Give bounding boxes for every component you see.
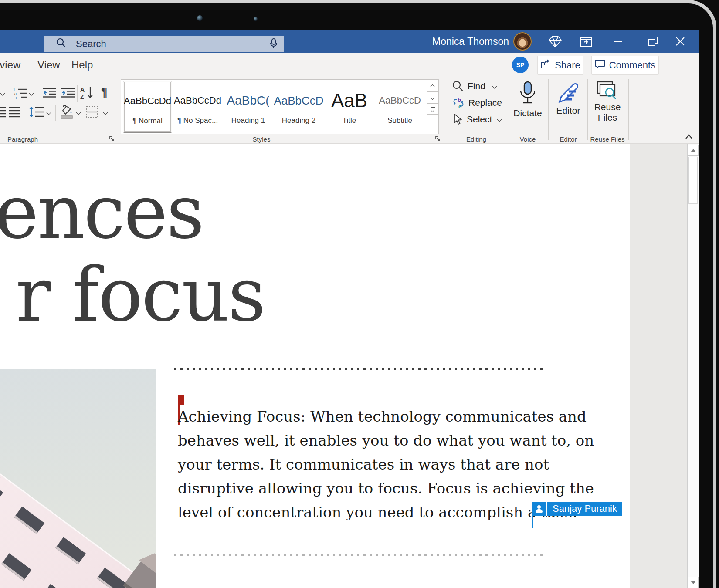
microphone-icon — [518, 81, 537, 106]
collaborator-cursor-flag: Sanjay Puranik — [532, 502, 622, 516]
ribbon: 1 a i — [0, 77, 699, 144]
webcam-icon — [197, 15, 203, 21]
borders-chevron[interactable] — [104, 111, 107, 114]
search-icon — [56, 37, 66, 51]
find-button[interactable]: Find — [452, 80, 496, 92]
show-formatting-marks-icon[interactable]: ¶ — [101, 85, 108, 99]
vertical-scrollbar[interactable] — [687, 144, 699, 588]
scroll-down-button[interactable] — [688, 577, 699, 588]
svg-text:b: b — [458, 97, 461, 103]
paragraph-line: disruptive allowing you to focus. Focus … — [178, 480, 594, 504]
search-input[interactable]: Search — [44, 36, 284, 52]
style-title[interactable]: AaB Title — [325, 81, 373, 132]
collaborator-caret — [532, 516, 533, 528]
share-label: Share — [555, 60, 580, 71]
laptop-screen: Search Monica Thomson eview View Help SP — [0, 0, 719, 588]
justify-icon[interactable] — [9, 106, 20, 118]
scrollbar-thumb[interactable] — [688, 157, 698, 204]
tab-view[interactable]: View — [37, 53, 60, 77]
styles-gallery: AaBbCcDd ¶ Normal AaBbCcDd ¶ No Spac... … — [121, 79, 439, 134]
styles-group-label: Styles — [244, 135, 279, 143]
dictate-button[interactable]: Dictate — [509, 81, 546, 118]
minimize-button[interactable] — [612, 37, 623, 45]
document-heading-line2: r focus — [16, 258, 265, 332]
document-page[interactable]: ences r focus Achieving Focus: When tech… — [0, 144, 630, 588]
device-bezel-top — [0, 0, 719, 30]
select-cursor-icon — [452, 114, 463, 125]
select-button[interactable]: Select — [452, 113, 501, 125]
line-spacing-icon[interactable] — [29, 105, 44, 118]
share-icon — [540, 59, 551, 71]
shading-chevron[interactable] — [77, 111, 80, 114]
document-canvas: ences r focus Achieving Focus: When tech… — [0, 144, 699, 588]
device-edge-top — [0, 0, 693, 3]
reuse-files-icon — [597, 81, 618, 101]
styles-scroll-up[interactable] — [427, 81, 438, 92]
replace-button[interactable]: b c Replace — [452, 97, 502, 109]
comments-label: Comments — [609, 60, 655, 71]
tab-review[interactable]: eview — [0, 53, 20, 77]
comments-button[interactable]: Comments — [591, 56, 659, 75]
collapse-ribbon-chevron[interactable] — [685, 133, 692, 139]
comments-icon — [595, 59, 605, 71]
style-heading1[interactable]: AaBbC( Heading 1 — [224, 81, 272, 132]
editor-pen-icon — [557, 82, 580, 105]
share-button[interactable]: Share — [537, 56, 583, 75]
style-normal[interactable]: AaBbCcDd ¶ Normal — [123, 81, 172, 133]
close-button[interactable] — [675, 36, 686, 47]
tab-help[interactable]: Help — [71, 53, 93, 77]
borders-icon[interactable] — [85, 105, 98, 118]
account-user-name[interactable]: Monica Thomson — [405, 30, 509, 53]
paragraph-group-label: Paragraph — [9, 135, 37, 143]
editor-group-label: Editor — [550, 135, 587, 143]
collaborator-name: Sanjay Puranik — [547, 502, 622, 516]
scroll-up-button[interactable] — [688, 145, 699, 156]
svg-text:i: i — [16, 95, 17, 99]
style-no-spacing[interactable]: AaBbCcDd ¶ No Spac... — [173, 81, 222, 132]
find-icon — [452, 81, 464, 92]
paragraph-dialog-launcher[interactable] — [109, 136, 115, 142]
presence-badge[interactable]: SP — [512, 57, 529, 73]
user-avatar[interactable] — [513, 32, 532, 51]
paragraph-line: your terms. It communicates in ways that… — [178, 456, 594, 480]
align-right-icon[interactable] — [0, 106, 6, 118]
line-spacing-chevron[interactable] — [47, 111, 51, 114]
paragraph-line: behaves well, it enables you to do what … — [178, 432, 594, 456]
style-heading2[interactable]: AaBbCcD Heading 2 — [275, 81, 323, 132]
replace-icon: b c — [452, 97, 465, 109]
increase-indent-icon[interactable] — [61, 87, 75, 98]
document-photo-building — [0, 369, 156, 588]
revision-cursor-flag — [178, 395, 184, 405]
device-edge-right — [713, 48, 716, 588]
sort-icon[interactable]: A Z — [80, 86, 94, 99]
shading-bucket-icon[interactable] — [59, 105, 74, 119]
paragraph-line: Achieving Focus: When technology communi… — [178, 408, 594, 432]
search-microphone-icon[interactable] — [269, 38, 278, 50]
reuse-files-group-label: Reuse Files — [587, 135, 627, 143]
premium-gem-icon[interactable] — [548, 36, 562, 48]
styles-gallery-more[interactable] — [427, 103, 438, 115]
styles-dialog-launcher[interactable] — [435, 136, 441, 142]
multilevel-list-chevron[interactable] — [30, 91, 33, 95]
building-facade — [0, 460, 156, 588]
restore-button[interactable] — [648, 36, 659, 47]
webcam-sensor-icon — [254, 17, 258, 21]
reuse-files-button[interactable]: Reuse Files — [589, 81, 626, 123]
multilevel-list-icon[interactable]: 1 a i — [13, 87, 28, 99]
ribbon-tab-row: eview View Help SP Share Comments — [0, 53, 699, 77]
decrease-indent-icon[interactable] — [43, 87, 57, 98]
editing-group-label: Editing — [459, 135, 494, 143]
title-bar: Search Monica Thomson — [0, 30, 699, 53]
style-subtitle[interactable]: AaBbCcD Subtitle — [376, 81, 424, 132]
svg-text:Z: Z — [80, 93, 84, 99]
decorative-dotted-rule-top — [174, 368, 546, 370]
svg-text:A: A — [80, 86, 85, 93]
ribbon-display-options-icon[interactable] — [580, 37, 593, 47]
editor-button[interactable]: Editor — [550, 82, 587, 116]
collaborator-person-icon — [532, 502, 547, 516]
document-heading-line1: ences — [0, 175, 203, 249]
styles-scroll-down[interactable] — [427, 92, 438, 103]
bullets-dropdown-chevron[interactable] — [1, 91, 4, 95]
voice-group-label: Voice — [510, 135, 545, 143]
decorative-dotted-rule-bottom — [174, 554, 546, 556]
